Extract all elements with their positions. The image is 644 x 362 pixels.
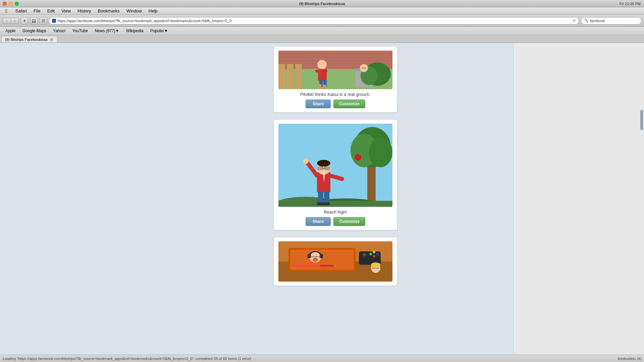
back-button[interactable]: ‹	[3, 18, 11, 24]
card-2-title: Reach high!	[324, 209, 347, 215]
tab-close-button[interactable]: ✕	[50, 38, 54, 42]
svg-point-36	[317, 160, 330, 167]
svg-rect-17	[315, 70, 320, 72]
menu-file[interactable]: File	[31, 8, 43, 14]
svg-rect-43	[318, 192, 323, 203]
content-area: Pilvikki thinks Kaisu is a real grouch. …	[0, 43, 644, 355]
card-1-customize-button[interactable]: Customize	[333, 100, 365, 108]
bookmark-apple[interactable]: Apple	[3, 28, 18, 34]
sidebar-left	[0, 43, 158, 355]
svg-rect-9	[287, 64, 293, 89]
card-1-svg	[278, 51, 392, 89]
minimize-button[interactable]	[9, 2, 13, 6]
svg-rect-53	[293, 265, 320, 267]
toolbar: ‹ › + 🕮 ☷ https://apps.facebook.com/bits…	[0, 15, 644, 27]
card-2-svg	[278, 124, 392, 207]
maximize-button[interactable]	[15, 2, 19, 6]
card-1-share-button[interactable]: Share	[306, 100, 331, 108]
system-time: Fri 12:26 PM	[620, 2, 641, 6]
bookmark-youtube[interactable]: YouTube	[69, 28, 91, 34]
svg-rect-46	[323, 202, 330, 205]
svg-rect-65	[364, 253, 365, 257]
url-text: https://apps.facebook.com/bitstrips/?fb_…	[57, 19, 573, 23]
card-2-image	[278, 124, 392, 207]
bookmark-news[interactable]: News (977)▼	[92, 28, 122, 34]
svg-rect-44	[324, 192, 329, 203]
traffic-lights[interactable]	[3, 2, 19, 6]
bookmark-google-maps[interactable]: Google Maps	[20, 28, 49, 34]
svg-rect-8	[278, 64, 285, 89]
search-text: facebook	[590, 19, 605, 23]
bookmark-yahoo[interactable]: Yahoo!	[50, 28, 68, 34]
svg-rect-24	[323, 85, 326, 89]
card-1: Pilvikki thinks Kaisu is a real grouch. …	[273, 46, 397, 113]
svg-rect-45	[317, 202, 324, 205]
svg-point-15	[317, 60, 327, 69]
bookmark-wikipedia[interactable]: Wikipedia	[123, 28, 146, 34]
card-2-customize-button[interactable]: Customize	[333, 217, 365, 226]
sidebar-right	[513, 43, 644, 355]
apple-menu[interactable]: 	[3, 7, 10, 15]
menu-bar:  Safari File Edit View History Bookmark…	[0, 7, 644, 15]
card-3-svg	[278, 241, 392, 282]
nav-buttons: ‹ ›	[3, 18, 19, 24]
card-1-title: Pilvikki thinks Kaisu is a real grouch.	[300, 92, 371, 97]
svg-point-60	[373, 255, 375, 257]
svg-point-42	[303, 159, 309, 164]
close-button[interactable]	[3, 2, 7, 6]
show-all-tabs[interactable]: ☷	[40, 17, 47, 24]
chat-button[interactable]: Keskustelu (4)	[618, 357, 641, 361]
svg-point-30	[355, 154, 361, 161]
tab-bar: (9) Bitstrips Facebookissa ✕	[0, 35, 644, 43]
search-bar[interactable]: 🔍 facebook	[581, 17, 641, 24]
menu-safari[interactable]: Safari	[13, 8, 30, 14]
svg-rect-23	[318, 84, 321, 89]
card-3-image	[278, 241, 392, 282]
menu-view[interactable]: View	[59, 8, 73, 14]
svg-point-58	[313, 258, 318, 262]
scrollbar-thumb[interactable]	[640, 110, 643, 130]
bookmark-popular[interactable]: Popular▼	[148, 28, 171, 34]
forward-button[interactable]: ›	[11, 18, 19, 24]
svg-point-62	[369, 253, 372, 255]
card-3	[273, 237, 397, 286]
bookmarks-button[interactable]: 🕮	[30, 17, 38, 24]
card-1-buttons: Share Customize	[306, 100, 365, 108]
active-tab[interactable]: (9) Bitstrips Facebookissa ✕	[1, 36, 57, 43]
tab-label: (9) Bitstrips Facebookissa	[5, 38, 48, 42]
menu-bookmarks[interactable]: Bookmarks	[95, 8, 122, 14]
card-1-image	[278, 51, 392, 89]
svg-rect-18	[323, 70, 327, 72]
menu-help[interactable]: Help	[146, 8, 160, 14]
svg-point-67	[371, 262, 380, 267]
menu-edit[interactable]: Edit	[45, 8, 57, 14]
url-favicon	[52, 19, 56, 23]
bookmarks-bar: Apple Google Maps Yahoo! YouTube News (9…	[0, 27, 644, 35]
menu-window[interactable]: Window	[124, 8, 145, 14]
card-2-buttons: Share Customize	[306, 217, 365, 226]
main-content: Pilvikki thinks Kaisu is a real grouch. …	[158, 43, 513, 355]
reload-button[interactable]: ⟳	[573, 18, 576, 23]
url-bar[interactable]: https://apps.facebook.com/bitstrips/?fb_…	[49, 17, 579, 24]
svg-rect-56	[320, 254, 323, 258]
title-bar-right: Fri 12:26 PM	[620, 2, 641, 6]
svg-rect-55	[308, 254, 311, 258]
title-bar: (9) Bitstrips Facebookissa Fri 12:26 PM	[0, 0, 644, 7]
card-2-share-button[interactable]: Share	[306, 217, 331, 226]
search-icon: 🔍	[584, 18, 589, 23]
loading-status: Loading "https://apps.facebook.com/bitst…	[3, 357, 251, 361]
new-tab-button[interactable]: +	[21, 17, 28, 24]
svg-point-29	[369, 137, 392, 167]
menu-history[interactable]: History	[75, 8, 94, 14]
svg-rect-33	[278, 201, 392, 207]
card-2: Reach high! Share Customize	[273, 119, 397, 230]
svg-rect-10	[295, 64, 302, 89]
svg-point-61	[376, 253, 379, 255]
window-title: (9) Bitstrips Facebookissa	[299, 2, 345, 6]
status-bar: Loading "https://apps.facebook.com/bitst…	[0, 355, 644, 362]
svg-point-63	[373, 251, 375, 253]
